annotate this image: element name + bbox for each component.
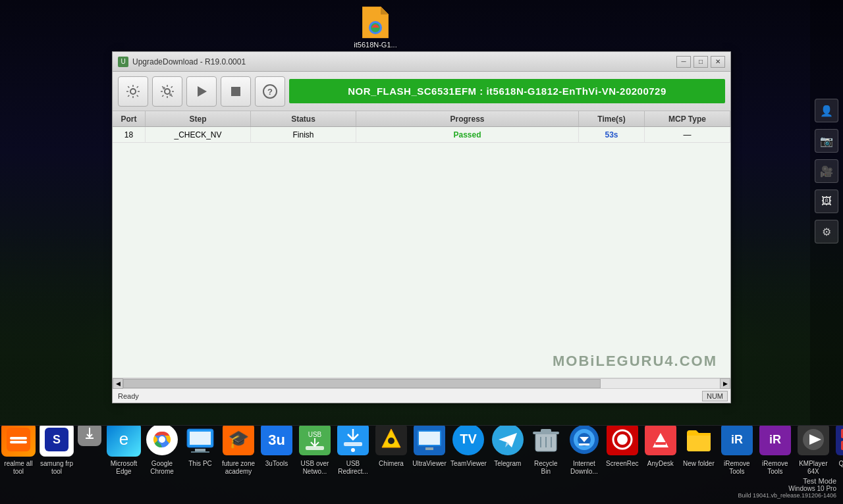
svg-point-4 xyxy=(130,89,136,94)
cell-port: 18 xyxy=(113,127,146,142)
svg-marker-8 xyxy=(198,86,207,97)
svg-rect-9 xyxy=(231,87,240,96)
table-row: 18 _CHECK_NV Finish Passed 53s — xyxy=(113,127,730,143)
title-bar[interactable]: U UpgradeDownload - R19.0.0001 ─ □ ✕ xyxy=(113,52,730,72)
taskbar-app-chimera[interactable]: Chimera xyxy=(373,426,410,485)
col-header-mcp: MCP Type xyxy=(645,111,730,126)
scroll-left-button[interactable]: ◀ xyxy=(113,378,123,389)
col-header-port: Port xyxy=(113,111,146,126)
window-title: UpgradeDownload - R19.0.0001 xyxy=(132,57,676,66)
svg-point-22 xyxy=(159,436,165,443)
col-header-step: Step xyxy=(146,111,251,126)
taskbar-label-telegram: Telegram xyxy=(494,460,521,468)
taskbar-label-recycle: Recycle Bin xyxy=(529,460,563,476)
cell-mcp: — xyxy=(645,127,730,142)
stop-button[interactable] xyxy=(221,76,251,107)
sidebar-btn-video[interactable]: 🎥 xyxy=(815,159,838,183)
num-lock-badge: NUM xyxy=(702,391,728,401)
header-label: NOR_FLASH_SC6531EFM : it5618N-G1812-EnTh… xyxy=(289,79,725,103)
taskbar-label-usbover: USB overNetwo... xyxy=(301,460,329,476)
close-button[interactable]: ✕ xyxy=(711,56,725,68)
file-icon xyxy=(360,7,391,38)
taskbar-app-usbredirect[interactable]: USBRedirect... xyxy=(335,426,371,485)
svg-rect-14 xyxy=(10,441,27,443)
svg-point-5 xyxy=(165,89,170,94)
taskbar-label-realme: realme alltool xyxy=(4,460,32,476)
svg-rect-35 xyxy=(344,442,362,446)
desktop-file-icon[interactable]: it5618N-G1... xyxy=(349,7,402,49)
scroll-thumb[interactable] xyxy=(123,379,601,388)
scroll-right-button[interactable]: ▶ xyxy=(720,378,730,389)
svg-rect-13 xyxy=(10,437,27,440)
cell-time: 53s xyxy=(579,127,645,142)
taskbar-app-idm[interactable]: InternetDownlo... xyxy=(566,426,603,485)
taskbar-app-teamviewer[interactable]: TV TeamViewer xyxy=(449,426,488,485)
svg-rect-24 xyxy=(190,432,211,445)
watermark: MOBiLEGURU4.COM xyxy=(553,353,717,370)
sidebar-btn-user[interactable]: 👤 xyxy=(815,99,838,122)
play-button[interactable] xyxy=(186,76,217,107)
taskbar-app-recycle[interactable]: Recycle Bin xyxy=(528,426,564,485)
taskbar-label-samsung: samung frptool xyxy=(40,460,73,476)
svg-text:?: ? xyxy=(267,87,273,97)
cell-status: Finish xyxy=(251,127,356,142)
svg-text:3u: 3u xyxy=(268,432,285,448)
svg-rect-25 xyxy=(195,449,205,451)
taskbar-app-ultraviewer[interactable]: UltraViewer xyxy=(411,426,448,485)
taskbar-app-chrome[interactable]: GoogleChrome xyxy=(144,426,180,485)
taskbar-app-screenrec[interactable]: ScreenRec xyxy=(604,426,641,485)
file-icon-label: it5618N-G1... xyxy=(354,41,396,49)
taskbar-label-usbredirect: USBRedirect... xyxy=(338,460,368,476)
status-bar: Ready NUM xyxy=(113,388,730,403)
svg-text:e: e xyxy=(119,429,128,449)
taskbar-label-anydesk: AnyDesk xyxy=(647,460,674,468)
taskbar-app-thispc[interactable]: This PC xyxy=(182,426,219,485)
taskbar-label-teamviewer: TeamViewer xyxy=(450,460,487,468)
svg-rect-33 xyxy=(306,446,324,450)
taskbar-app-edge[interactable]: e MicrosoftEdge xyxy=(105,426,142,485)
scroll-track[interactable] xyxy=(123,378,720,389)
table-body: 18 _CHECK_NV Finish Passed 53s — xyxy=(113,127,730,378)
taskbar-app-samsung[interactable]: S samung frptool xyxy=(38,426,75,485)
minimize-button[interactable]: ─ xyxy=(676,56,691,68)
window-controls: ─ □ ✕ xyxy=(676,56,725,68)
horizontal-scrollbar[interactable]: ◀ ▶ xyxy=(113,378,730,388)
svg-point-59 xyxy=(617,434,628,445)
taskbar-label-edge: MicrosoftEdge xyxy=(111,460,138,476)
status-text: Ready xyxy=(115,392,699,400)
taskbar-label-ultraviewer: UltraViewer xyxy=(412,460,447,468)
col-header-progress: Progress xyxy=(356,111,579,126)
taskbar-label-chrome: GoogleChrome xyxy=(150,460,174,476)
test-mode-text: Test Mode xyxy=(803,477,836,485)
svg-rect-43 xyxy=(425,447,433,450)
svg-point-7 xyxy=(169,93,172,96)
col-header-status: Status xyxy=(251,111,356,126)
taskbar-label-3utools: 3uTools xyxy=(265,460,288,468)
settings2-button[interactable] xyxy=(152,76,182,107)
sidebar-btn-settings[interactable]: ⚙ xyxy=(815,220,838,243)
build-text: Build 19041.vb_release.191206-1406 xyxy=(738,492,836,499)
taskbar-label-chimera: Chimera xyxy=(379,460,404,468)
help-button[interactable]: ? xyxy=(255,76,285,107)
svg-text:USB: USB xyxy=(308,431,322,438)
taskbar-label-newfolder: New folder xyxy=(683,460,715,468)
taskbar-app-realme[interactable]: realme alltool xyxy=(0,426,37,485)
taskbar-app-anydesk[interactable]: AnyDesk xyxy=(642,426,679,485)
taskbar-app-usbover[interactable]: USB USB overNetwo... xyxy=(296,426,333,485)
taskbar-app-3utools[interactable]: 3u 3uTools xyxy=(258,426,295,485)
maximize-button[interactable]: □ xyxy=(693,56,708,68)
svg-rect-56 xyxy=(579,443,589,445)
sidebar-btn-camera[interactable]: 📷 xyxy=(815,129,838,153)
taskbar-app-telegram[interactable]: Telegram xyxy=(489,426,526,485)
svg-text:🎓: 🎓 xyxy=(228,428,250,449)
settings-button[interactable] xyxy=(118,76,148,107)
taskbar-app-fza[interactable]: 🎓 future zoneacademy xyxy=(220,426,257,485)
taskbar-app-usb-left[interactable] xyxy=(76,426,103,485)
cell-progress: Passed xyxy=(356,127,579,142)
taskbar-label-fza: future zoneacademy xyxy=(222,460,255,476)
taskbar-label-thispc: This PC xyxy=(188,460,212,468)
taskbar: realme alltool S samung frptool xyxy=(0,425,843,504)
sidebar-btn-image[interactable]: 🖼 xyxy=(815,189,838,213)
desktop: it5618N-G1... 👤 📷 🎥 🖼 ⚙ U UpgradeDownloa… xyxy=(0,0,843,504)
svg-rect-49 xyxy=(541,429,551,433)
